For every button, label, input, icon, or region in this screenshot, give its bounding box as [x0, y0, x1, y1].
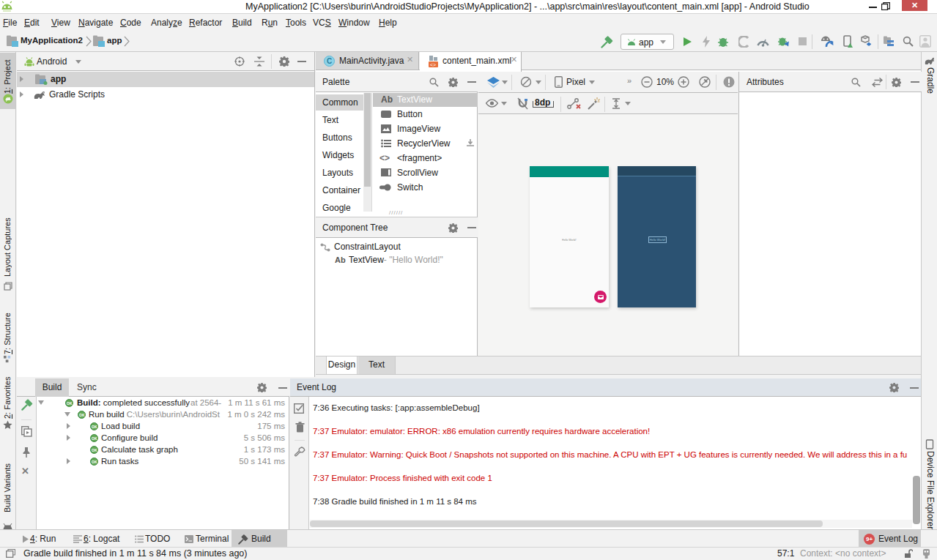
svg-text:<>: <>: [430, 62, 436, 67]
